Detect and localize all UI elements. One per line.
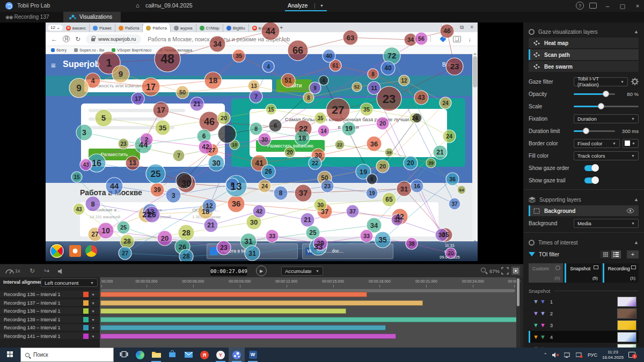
gaze-layers-header[interactable]: Gaze visualization layers ▲ [529, 26, 639, 38]
track-color-swatch[interactable] [83, 317, 89, 322]
taskbar-app-store[interactable] [164, 348, 180, 362]
taskbar-app-mail[interactable] [180, 348, 196, 362]
layer-item-heat-map[interactable]: Heat map [529, 38, 639, 48]
toi-card-custom[interactable]: Custom(0) [529, 263, 563, 283]
share-icon[interactable]: ↪ [44, 267, 49, 275]
close-button[interactable]: × [630, 0, 644, 12]
tab-visualizations[interactable]: Visualizations [63, 12, 121, 23]
zoom-magnifier-icon[interactable] [481, 268, 486, 272]
fullscreen-icon[interactable] [501, 267, 509, 275]
border-color-swatch-dropdown[interactable]: ▼ [623, 139, 639, 148]
language-indicator[interactable]: РУС [588, 352, 597, 358]
eye-icon[interactable] [626, 208, 634, 213]
tab-recording[interactable]: ◉◉ Recording 137 [5, 12, 49, 23]
times-of-interest-header[interactable]: Times of interest ▲ [529, 237, 639, 248]
taskbar-app-task-view[interactable] [116, 348, 132, 362]
timeline-vertical-scrollbar[interactable] [516, 277, 520, 348]
notification-center-icon[interactable]: 1 [628, 352, 635, 358]
layer-background[interactable]: Background [529, 205, 639, 216]
play-button[interactable]: ▶ [256, 265, 267, 276]
taskbar-clock[interactable]: 11:23 16.04.2025 [602, 350, 624, 360]
track-color-swatch[interactable] [83, 292, 89, 297]
swatch-dropdown-caret[interactable]: ▼ [91, 291, 95, 299]
taskbar-app-yandex[interactable]: Я [196, 348, 213, 362]
maximize-button[interactable]: ▢ [615, 0, 630, 12]
supporting-layers-header[interactable]: Supporting layers ▲ [529, 194, 639, 205]
taskbar-app-file-explorer[interactable] [148, 348, 164, 362]
add-toi-button[interactable]: + [627, 250, 639, 258]
timeline-tracks[interactable]: 00.00000:00:03.00000:00:06.00000:00:09.0… [100, 277, 516, 348]
toi-card-recording[interactable]: Recording(1) [603, 263, 639, 283]
timeline-row-label[interactable]: Recording 137 – Interval 1▼ [0, 299, 100, 307]
project-name[interactable]: сайты_09.04.2025 [145, 2, 193, 9]
fill-color-dropdown[interactable]: Track colors▼ [574, 151, 639, 160]
track-color-swatch[interactable] [83, 300, 89, 306]
track-color-swatch[interactable] [83, 334, 89, 339]
volume-icon[interactable] [58, 269, 64, 274]
layer-item-bee-swarm[interactable]: Bee swarm [529, 61, 639, 72]
current-time-field[interactable]: 00:00:27.049 [210, 267, 247, 276]
speed-value[interactable]: 1x [15, 268, 20, 274]
snapshot-item-4[interactable]: ▼▼4 [529, 331, 639, 343]
background-dropdown[interactable]: Media▼ [574, 219, 639, 228]
playback-bar: 1x ↻ ↪ 00:00:27.049 ▶ Accumulate▼ 67% [0, 264, 523, 277]
collapse-chevron-icon[interactable]: ▲ [634, 197, 639, 202]
swatch-dropdown-caret[interactable]: ▼ [91, 300, 95, 307]
track-color-swatch[interactable] [83, 325, 89, 330]
feedback-icon[interactable] [589, 3, 597, 9]
fit-to-view-button[interactable] [511, 267, 520, 275]
border-color-dropdown[interactable]: Fixed color▼ [574, 139, 620, 148]
opacity-slider[interactable] [574, 93, 615, 95]
track-color-swatch[interactable] [83, 308, 89, 314]
tab-analyze[interactable]: Analyze [288, 2, 308, 9]
timeline-row-label[interactable]: Recording 138 – Interval 1▼ [0, 307, 100, 315]
swatch-dropdown-caret[interactable]: ▼ [91, 316, 95, 324]
list-view-button[interactable] [611, 250, 621, 258]
analyze-dropdown-caret[interactable]: ▼ [320, 4, 324, 8]
yandex-icon: Я [200, 351, 209, 359]
accumulate-dropdown[interactable]: Accumulate▼ [281, 267, 323, 276]
speed-icon[interactable] [5, 268, 14, 274]
collapse-chevron-icon[interactable]: ▲ [634, 29, 639, 34]
collapse-chevron-icon[interactable]: ▲ [634, 240, 639, 245]
gaze-filter-dropdown[interactable]: Tobii I-VT (Fixation)▼ [574, 77, 628, 86]
snapshot-item-1[interactable]: ▼▼1 [529, 295, 639, 307]
snapshot-item-5[interactable]: ▼▼5 [529, 343, 639, 348]
duration-limit-slider[interactable] [574, 130, 615, 132]
toi-card-snapshot[interactable]: Snapshot(5) [565, 263, 601, 283]
minimize-button[interactable]: – [600, 0, 615, 12]
fixation-dropdown[interactable]: Duration▼ [574, 114, 639, 123]
swatch-dropdown-caret[interactable]: ▼ [91, 308, 95, 315]
taskbar-app-edge[interactable] [132, 348, 148, 362]
timeline-row-label[interactable]: Recording 140 – Interval 1▼ [0, 324, 100, 331]
show-gaze-order-toggle[interactable] [584, 165, 598, 171]
grid-view-button[interactable] [601, 250, 610, 258]
loop-icon[interactable]: ↻ [30, 267, 35, 275]
zoom-level[interactable]: 67% [489, 268, 500, 274]
start-button[interactable] [0, 348, 20, 362]
help-icon[interactable]: ? [576, 2, 584, 10]
volume-muted-icon[interactable] [552, 352, 559, 358]
swatch-dropdown-caret[interactable]: ▼ [91, 324, 95, 332]
security-icon[interactable] [576, 352, 583, 358]
taskbar-app-yandex-browser[interactable]: Y [213, 348, 229, 362]
timeline-row-label[interactable]: Recording 136 – Interval 1▼ [0, 291, 100, 298]
taskbar-app-word[interactable]: W [245, 348, 261, 362]
timeline-row-label[interactable]: Recording 141 – Interval 1▼ [0, 333, 100, 340]
app-title-bar: Tobii Pro Lab ⌂ сайты_09.04.2025 Analyze… [0, 0, 644, 12]
scale-slider[interactable] [574, 106, 639, 107]
timeline-row-label[interactable]: Recording 139 – Interval 1▼ [0, 316, 100, 323]
visualization-canvas[interactable]: 12 ⌄ ЯвакансРазмеРаботаРаботажурнаСтМарB… [46, 23, 478, 261]
taskbar-search-input[interactable]: Поиск [20, 348, 114, 362]
snapshot-item-3[interactable]: ▼▼3 [529, 319, 639, 331]
gear-icon[interactable] [631, 78, 639, 85]
show-gaze-trail-toggle[interactable] [584, 178, 598, 183]
swatch-dropdown-caret[interactable]: ▼ [91, 333, 95, 341]
taskbar-app-tobii-pro-lab[interactable] [229, 348, 245, 362]
home-icon[interactable]: ⌂ [136, 2, 140, 9]
layer-item-scan-path[interactable]: Scan path [529, 49, 639, 60]
network-icon[interactable] [564, 352, 571, 358]
interval-alignment-dropdown[interactable]: Left concurrent▼ [41, 278, 98, 287]
snapshot-item-2[interactable]: ▼▼2 [529, 307, 639, 319]
tray-chevron-icon[interactable]: ⌃ [543, 352, 547, 358]
